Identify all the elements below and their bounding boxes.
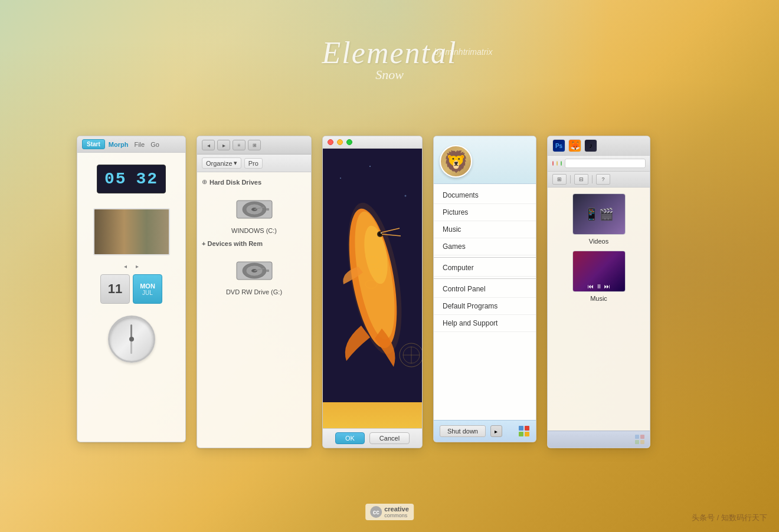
- bottom-credits: cc creative commons: [365, 504, 414, 520]
- menu-documents[interactable]: Documents: [434, 187, 536, 204]
- day-number: 11: [108, 281, 122, 297]
- user-avatar: [440, 145, 472, 178]
- file-menu[interactable]: File: [134, 141, 145, 148]
- image-viewer-titlebar: [323, 136, 422, 149]
- cc-badge: cc creative commons: [365, 504, 414, 520]
- windows-logo: [518, 425, 530, 437]
- menu-help[interactable]: Help and Support: [434, 315, 536, 332]
- tb-split-view[interactable]: ⊟: [574, 174, 588, 185]
- go-menu[interactable]: Go: [150, 141, 159, 148]
- image-viewer-panel: OK Cancel: [322, 136, 423, 448]
- koi-image: [323, 149, 422, 428]
- photo-controls: ◂ ▸: [124, 263, 139, 270]
- pro-label: Pro: [248, 160, 258, 167]
- watermark: 头条号 / 知数码行天下: [692, 513, 767, 523]
- cc-text: creative: [384, 505, 409, 513]
- menu-music[interactable]: Music: [434, 221, 536, 238]
- menu-divider-1: [434, 257, 536, 258]
- hard-disk-expand[interactable]: ⊕: [202, 178, 207, 186]
- clock-hours: 05: [104, 170, 127, 188]
- file-browser-toolbar: Organize ▾ Pro: [197, 155, 311, 172]
- clock-minutes: 32: [136, 170, 159, 188]
- cc-sub-text: commons: [384, 513, 409, 518]
- photoshop-icon-btn[interactable]: Ps: [552, 139, 565, 152]
- next-track-btn[interactable]: ⏭: [604, 283, 610, 290]
- compass-center: [129, 337, 134, 341]
- panels-container: Start Morph File Go 05 32 ◂ ▸ 11 MON JUL: [77, 136, 767, 448]
- start-menu-items: Documents Pictures Music Games Computer …: [434, 184, 536, 420]
- back-button[interactable]: ◂: [202, 140, 215, 150]
- mini-maximize-btn[interactable]: [561, 161, 562, 166]
- itunes-icon-btn[interactable]: ♪: [584, 139, 597, 152]
- photo-prev[interactable]: ◂: [124, 263, 127, 270]
- organize-button[interactable]: Organize ▾: [202, 157, 241, 169]
- music-controls: ⏮ ⏸ ⏭: [588, 283, 610, 290]
- close-button[interactable]: [328, 139, 333, 145]
- icon-view-button[interactable]: ⊞: [248, 140, 261, 150]
- shutdown-button[interactable]: Shut down: [440, 425, 486, 437]
- forward-button[interactable]: ▸: [217, 140, 230, 150]
- mini-minimize-btn[interactable]: [557, 161, 558, 166]
- maximize-button[interactable]: [346, 139, 352, 145]
- svg-rect-36: [635, 435, 639, 439]
- music-label: Music: [590, 295, 607, 302]
- organize-arrow: ▾: [234, 159, 237, 167]
- menu-games[interactable]: Games: [434, 238, 536, 255]
- drive-c-icon: [234, 192, 275, 224]
- calendar-widget: 11 MON JUL: [100, 274, 162, 304]
- svg-rect-37: [640, 435, 644, 439]
- compass-widget: [108, 316, 155, 363]
- videos-item[interactable]: Videos: [552, 193, 645, 245]
- videos-thumbnail: [572, 193, 626, 235]
- music-item[interactable]: ⏮ ⏸ ⏭ Music: [552, 251, 645, 302]
- start-button[interactable]: Start: [82, 139, 105, 149]
- minimize-button[interactable]: [337, 139, 343, 145]
- menu-pictures[interactable]: Pictures: [434, 204, 536, 221]
- play-pause-btn[interactable]: ⏸: [596, 283, 602, 290]
- svg-point-15: [369, 166, 371, 167]
- firefox-icon-btn[interactable]: 🦊: [568, 139, 581, 152]
- widget-titlebar: Start Morph File Go: [77, 136, 185, 153]
- tb-grid-view[interactable]: ⊞: [552, 174, 567, 185]
- tb-separator-2: [592, 175, 593, 183]
- tb-help-btn[interactable]: ?: [596, 174, 610, 185]
- menu-control-panel[interactable]: Control Panel: [434, 281, 536, 298]
- month-label: JUL: [142, 290, 153, 296]
- start-menu-header: [434, 136, 536, 184]
- ok-button[interactable]: OK: [335, 432, 365, 444]
- svg-point-14: [405, 195, 407, 197]
- menu-divider-2: [434, 278, 536, 279]
- svg-point-13: [340, 178, 341, 179]
- svg-rect-33: [525, 426, 529, 431]
- weekday-label: MON: [140, 283, 155, 290]
- file-browser-titlebar: ◂ ▸ ≡ ⊞: [197, 136, 311, 155]
- morph-menu[interactable]: Morph: [109, 141, 129, 148]
- drive-c-item[interactable]: WINDOWS (C:): [202, 192, 306, 234]
- search-input[interactable]: [565, 159, 646, 168]
- menu-default-programs[interactable]: Default Programs: [434, 298, 536, 315]
- shutdown-options-button[interactable]: ▸: [490, 425, 502, 437]
- organize-label: Organize: [206, 160, 233, 167]
- title-by: by minhtrimatrix: [434, 47, 493, 57]
- svg-rect-34: [519, 432, 523, 436]
- mini-close-btn[interactable]: [552, 161, 554, 166]
- svg-rect-39: [640, 440, 644, 444]
- widget-panel: Start Morph File Go 05 32 ◂ ▸ 11 MON JUL: [77, 136, 186, 442]
- media-titlebar: Ps 🦊 ♪: [548, 136, 650, 156]
- prev-track-btn[interactable]: ⏮: [588, 283, 594, 290]
- svg-rect-35: [525, 432, 529, 436]
- media-toolbar: ⊞ ⊟ ?: [548, 172, 650, 188]
- drive-g-label: DVD RW Drive (G:): [226, 288, 282, 295]
- drive-g-item[interactable]: DVD RW Drive (G:): [202, 253, 306, 295]
- media-content: Videos ⏮ ⏸ ⏭ Music: [548, 188, 650, 431]
- photo-next[interactable]: ▸: [136, 263, 139, 270]
- list-view-button[interactable]: ≡: [233, 140, 246, 150]
- svg-rect-11: [266, 270, 269, 272]
- title-area: Elemental by minhtrimatrix Snow: [322, 35, 457, 83]
- start-menu-footer: Shut down ▸: [434, 420, 536, 442]
- properties-button[interactable]: Pro: [244, 158, 263, 169]
- media-panel: Ps 🦊 ♪ ⊞ ⊟ ? Videos: [547, 136, 650, 448]
- menu-computer[interactable]: Computer: [434, 260, 536, 277]
- dvd-drive-svg: [234, 253, 275, 285]
- cancel-button[interactable]: Cancel: [369, 432, 410, 444]
